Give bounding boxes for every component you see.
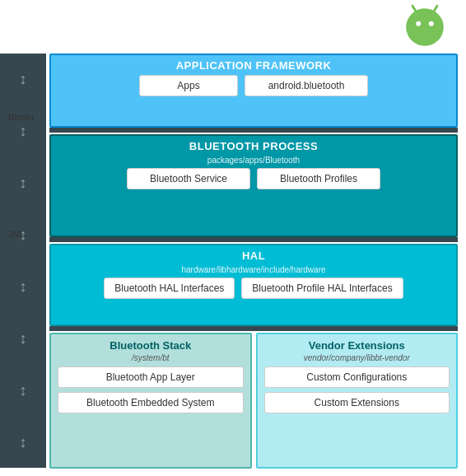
arrow-icon-2: ↕ (20, 124, 27, 138)
hal-section: HAL hardware/libhardware/include/hardwar… (49, 244, 458, 326)
divider-3 (49, 326, 458, 331)
android-bluetooth-box: android.bluetooth (245, 75, 368, 96)
app-framework-title: APPLICATION FRAMEWORK (51, 55, 456, 75)
vendor-ext-title: Vendor Extensions (258, 334, 457, 353)
svg-point-2 (406, 8, 444, 46)
bt-profile-hal-interfaces-box: Bluetooth Profile HAL Interfaces (241, 278, 403, 299)
bt-stack-title: Bluetooth Stack (51, 334, 250, 353)
divider-2 (49, 237, 458, 242)
hal-subtitle: hardware/libhardware/include/hardware (51, 265, 456, 274)
arrow-icon-3: ↕ (20, 175, 27, 190)
divider-1 (49, 128, 458, 133)
bottom-row: Bluetooth Stack /system/bt Bluetooth App… (49, 333, 458, 469)
vendor-ext-subtitle: vendor/company/libbt-vendor (258, 353, 457, 362)
bt-process-title: BLUETOOTH PROCESS (51, 136, 456, 156)
arrow-icon-5: ↕ (20, 279, 27, 294)
bt-stack-section: Bluetooth Stack /system/bt Bluetooth App… (49, 333, 252, 469)
bt-process-section: BLUETOOTH PROCESS packages/apps/Bluetoot… (49, 134, 458, 237)
arrow-icon-1: ↕ (20, 72, 27, 86)
binder-label: Binder (8, 112, 35, 122)
bt-app-layer-box: Bluetooth App Layer (58, 366, 244, 388)
diagram-container: ↕ ↕ ↕ ↕ ↕ ↕ ↕ ↕ Binder JNI APPLICATION F… (0, 0, 466, 476)
bluetooth-profiles-box: Bluetooth Profiles (257, 168, 380, 189)
arrow-icon-8: ↕ (20, 435, 27, 450)
apps-box: Apps (139, 75, 238, 96)
svg-point-4 (429, 21, 434, 26)
hal-boxes: Bluetooth HAL Interfaces Bluetooth Profi… (51, 278, 456, 299)
bt-stack-subtitle: /system/bt (51, 353, 250, 362)
bt-process-boxes: Bluetooth Service Bluetooth Profiles (51, 168, 456, 189)
vendor-ext-section: Vendor Extensions vendor/company/libbt-v… (256, 333, 459, 469)
hal-title: HAL (51, 245, 456, 265)
custom-extensions-box: Custom Extensions (264, 392, 450, 413)
app-framework-boxes: Apps android.bluetooth (51, 75, 456, 96)
bluetooth-service-box: Bluetooth Service (127, 168, 250, 189)
jni-label: JNI (8, 229, 22, 239)
bt-embedded-system-box: Bluetooth Embedded System (58, 392, 244, 413)
custom-configurations-box: Custom Configurations (264, 366, 450, 388)
bt-hal-interfaces-box: Bluetooth HAL Interfaces (104, 278, 235, 299)
arrow-icon-7: ↕ (20, 383, 27, 398)
arrow-icon-6: ↕ (20, 331, 27, 346)
android-icon (400, 0, 450, 49)
app-framework-section: APPLICATION FRAMEWORK Apps android.bluet… (49, 54, 458, 128)
svg-point-3 (416, 21, 421, 26)
bt-process-subtitle: packages/apps/Bluetooth (51, 156, 456, 165)
